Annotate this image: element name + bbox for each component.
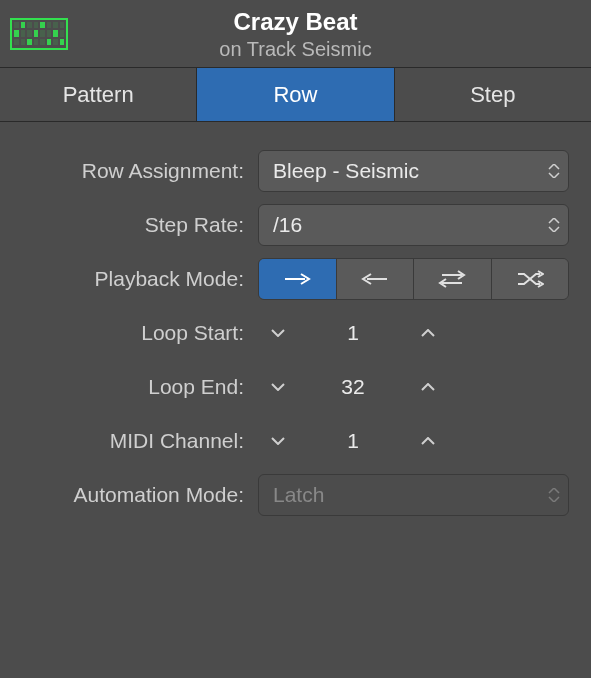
shuffle-icon: [516, 270, 544, 288]
playback-pendulum-button[interactable]: [414, 259, 492, 299]
loop-start-label: Loop Start:: [0, 321, 248, 345]
pattern-title: Crazy Beat: [78, 6, 513, 37]
playback-forward-button[interactable]: [259, 259, 337, 299]
loop-start-stepper[interactable]: 1: [258, 312, 448, 354]
playback-mode-label: Playback Mode:: [0, 267, 248, 291]
chevron-down-icon: [271, 329, 285, 337]
pattern-header: Crazy Beat on Track Seismic: [0, 0, 591, 68]
stepper-value: 32: [298, 375, 408, 399]
chevron-up-icon: [421, 437, 435, 445]
chevron-up-icon: [421, 383, 435, 391]
stepper-value: 1: [298, 321, 408, 345]
inspector-tabs: Pattern Row Step: [0, 68, 591, 122]
select-value: Bleep - Seismic: [273, 159, 419, 183]
tab-pattern[interactable]: Pattern: [0, 68, 197, 121]
updown-icon: [548, 488, 560, 502]
loop-end-stepper[interactable]: 32: [258, 366, 448, 408]
pattern-subtitle: on Track Seismic: [78, 38, 513, 61]
decrement-button[interactable]: [258, 420, 298, 462]
tab-row[interactable]: Row: [197, 68, 394, 121]
increment-button[interactable]: [408, 366, 448, 408]
increment-button[interactable]: [408, 312, 448, 354]
chevron-down-icon: [271, 437, 285, 445]
midi-channel-stepper[interactable]: 1: [258, 420, 448, 462]
decrement-button[interactable]: [258, 366, 298, 408]
stepper-value: 1: [298, 429, 408, 453]
arrows-pendulum-icon: [438, 270, 466, 288]
tab-label: Step: [470, 82, 515, 108]
playback-mode-group: [258, 258, 569, 300]
row-assignment-select[interactable]: Bleep - Seismic: [258, 150, 569, 192]
decrement-button[interactable]: [258, 312, 298, 354]
row-assignment-label: Row Assignment:: [0, 159, 248, 183]
chevron-up-icon: [421, 329, 435, 337]
automation-mode-label: Automation Mode:: [0, 483, 248, 507]
automation-mode-select[interactable]: Latch: [258, 474, 569, 516]
midi-channel-label: MIDI Channel:: [0, 429, 248, 453]
tab-step[interactable]: Step: [395, 68, 591, 121]
loop-end-label: Loop End:: [0, 375, 248, 399]
tab-label: Pattern: [63, 82, 134, 108]
playback-backward-button[interactable]: [337, 259, 415, 299]
updown-icon: [548, 218, 560, 232]
step-sequencer-icon: [0, 0, 78, 68]
select-value: Latch: [273, 483, 324, 507]
playback-random-button[interactable]: [492, 259, 569, 299]
row-settings-panel: Row Assignment: Bleep - Seismic Step Rat…: [0, 122, 591, 516]
increment-button[interactable]: [408, 420, 448, 462]
updown-icon: [548, 164, 560, 178]
step-rate-select[interactable]: /16: [258, 204, 569, 246]
arrow-left-icon: [361, 272, 389, 286]
arrow-right-icon: [283, 272, 311, 286]
tab-label: Row: [273, 82, 317, 108]
step-rate-label: Step Rate:: [0, 213, 248, 237]
chevron-down-icon: [271, 383, 285, 391]
select-value: /16: [273, 213, 302, 237]
